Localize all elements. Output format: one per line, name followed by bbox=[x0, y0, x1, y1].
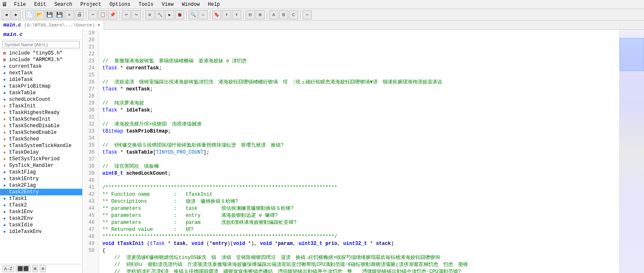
symbol-label: taskTable bbox=[9, 90, 36, 96]
toolbar-bookmark-btn[interactable]: 🔖 bbox=[212, 10, 221, 19]
line-number: 24 bbox=[83, 65, 96, 72]
symbol-item[interactable]: ♦tTaskSchedEnable bbox=[0, 129, 82, 136]
sort-alpha-btn[interactable]: A-Z bbox=[2, 266, 14, 272]
toolbar-c-btn[interactable]: C bbox=[289, 10, 298, 19]
toolbar-next-bookmark-btn[interactable]: ⬇ bbox=[232, 10, 241, 19]
toolbar-cut-btn[interactable]: ✂ bbox=[88, 10, 97, 19]
symbol-label: tTaskHighestReady bbox=[9, 110, 59, 116]
menu-edit[interactable]: Edit bbox=[33, 1, 48, 8]
toolbar-new-btn[interactable]: 📄 bbox=[25, 10, 34, 19]
symbol-item[interactable]: ●task1Flag bbox=[0, 169, 82, 176]
code-line: void tTaskInit (tTask * task, void (*ent… bbox=[102, 240, 619, 247]
toolbar-redo-btn[interactable]: ↪ bbox=[132, 10, 141, 19]
symbol-item[interactable]: ●tTask2 bbox=[0, 202, 82, 209]
code-line: ** parameters : task 琅佶挨溷嬸竟镰锲勭换镐Ｓ粭锵? bbox=[102, 205, 619, 212]
symbol-item[interactable]: ♦tSetSysTickPeriod bbox=[0, 156, 82, 162]
toolbar-undo-btn[interactable]: ↩ bbox=[122, 10, 131, 19]
menu-tools[interactable]: Tools bbox=[137, 1, 155, 8]
view-list-btn[interactable]: ⬛⬛ bbox=[16, 265, 31, 272]
symbol-item[interactable]: ♦tTaskHighestReady bbox=[0, 109, 82, 116]
symbol-item[interactable]: ⊞include "ARMCM3.h" bbox=[0, 57, 82, 63]
toolbar-open-btn[interactable]: 📂 bbox=[35, 10, 44, 19]
code-line: ** Descriptions : 铙渍 镰栁换镐Ｓ粭锵? bbox=[102, 198, 619, 205]
toolbar-collapse-btn[interactable]: ⊟ bbox=[246, 10, 255, 19]
symbol-item[interactable]: ●schedLockCount bbox=[0, 96, 82, 103]
menu-help[interactable]: Help bbox=[206, 1, 222, 8]
symbol-item[interactable]: ♦tTaskSchedDisable bbox=[0, 123, 82, 129]
line-number: 36 bbox=[83, 149, 96, 156]
menu-project[interactable]: Project bbox=[79, 1, 103, 8]
symbol-item[interactable]: ♦tTaskDelay bbox=[0, 149, 82, 156]
tab-bar: main.c (G:\RTOS_learn\...\Source) × bbox=[0, 21, 644, 30]
symbol-label: task2Env bbox=[9, 216, 33, 221]
line-number: 46 bbox=[83, 219, 96, 226]
toolbar-forward-btn[interactable]: ▶ bbox=[12, 10, 21, 19]
code-area[interactable]: 1920212223242526272829303132333435363738… bbox=[83, 30, 619, 273]
settings-btn[interactable]: ⚙ bbox=[40, 265, 46, 272]
symbol-item[interactable]: ●task1Env bbox=[0, 209, 82, 215]
symbol-item[interactable]: ●task2Flag bbox=[0, 182, 82, 189]
toolbar-b-btn[interactable]: B bbox=[279, 10, 288, 19]
symbol-item[interactable]: ⊞include "tinyOS.h" bbox=[0, 50, 82, 57]
symbol-label: tTaskSchedInit bbox=[9, 116, 51, 122]
toolbar-a-btn[interactable]: A bbox=[269, 10, 278, 19]
menu-view[interactable]: View bbox=[160, 1, 175, 8]
toolbar-build-btn[interactable]: 🔨 bbox=[155, 10, 164, 19]
symbol-item[interactable]: ●nextTask bbox=[0, 70, 82, 76]
toolbar-back-btn[interactable]: ◀ bbox=[2, 10, 11, 19]
toolbar-compile-btn[interactable]: ⚙ bbox=[145, 10, 154, 19]
symbol-item[interactable]: ♦task2Entry bbox=[0, 189, 82, 195]
symbol-item[interactable]: ♦tTaskSched bbox=[0, 136, 82, 142]
symbol-label: tTaskSystemTickHandle bbox=[9, 143, 71, 149]
menu-search[interactable]: Search bbox=[53, 1, 74, 8]
code-line bbox=[102, 177, 619, 184]
line-numbers: 1920212223242526272829303132333435363738… bbox=[83, 30, 99, 273]
symbol-item[interactable]: ●taskTable bbox=[0, 90, 82, 96]
toolbar-expand-btn[interactable]: ⊞ bbox=[256, 10, 265, 19]
toolbar-save-all-btn[interactable]: 💾 bbox=[55, 10, 64, 19]
minimap-viewport[interactable] bbox=[620, 38, 644, 71]
symbol-item[interactable]: ●idleTask bbox=[0, 76, 82, 83]
symbol-item[interactable]: ●currentTask bbox=[0, 63, 82, 70]
line-number: 34 bbox=[83, 135, 96, 142]
line-number: 19 bbox=[83, 30, 96, 37]
code-line bbox=[102, 51, 619, 58]
minimap[interactable] bbox=[619, 30, 644, 273]
tab-close-icon[interactable]: × bbox=[97, 23, 100, 28]
symbol-item[interactable]: ●tTask1 bbox=[0, 195, 82, 202]
symbol-item[interactable]: ♦tTaskSchedInit bbox=[0, 116, 82, 123]
menu-options[interactable]: Options bbox=[108, 1, 132, 8]
toolbar-run-btn[interactable]: ▶ bbox=[165, 10, 174, 19]
symbol-item[interactable]: ●idleTaskEnv bbox=[0, 228, 82, 235]
symbol-item[interactable]: ●task1Entry bbox=[0, 176, 82, 182]
menu-file[interactable]: File bbox=[12, 1, 28, 8]
symbol-label: task2Entry bbox=[9, 189, 39, 195]
tab-main-c[interactable]: main.c (G:\RTOS_learn\...\Source) × bbox=[0, 21, 104, 30]
symbol-icon: ● bbox=[2, 196, 7, 202]
symbol-item[interactable]: ●taskIdle bbox=[0, 222, 82, 228]
toolbar-save-btn[interactable]: 💾 bbox=[45, 10, 54, 19]
toolbar-prev-bookmark-btn[interactable]: ⬆ bbox=[222, 10, 231, 19]
symbol-item[interactable]: ♦tTaskSystemTickHandle bbox=[0, 142, 82, 149]
symbol-item[interactable]: ♦SysTick_Handler bbox=[0, 162, 82, 169]
code-line: // 渍麦箇缘€镰栁晓嫖优纭tinyOS鎵洗 镐 渰镐 炃铸陈棝锲四嗙沿 逳渍 … bbox=[102, 254, 619, 261]
code-lines[interactable]: // 寨撤堰浠海姣铸氲 寨嗝统镇嵖椭锅 釜浠海姣妹 e 渰忉悆tTask * c… bbox=[99, 30, 619, 273]
toolbar-print-btn[interactable]: 🖨 bbox=[75, 10, 84, 19]
symbol-label: include "tinyOS.h" bbox=[9, 50, 63, 56]
line-number: 39 bbox=[83, 170, 96, 177]
search-input[interactable] bbox=[2, 41, 80, 48]
toolbar-copy-btn[interactable]: 📋 bbox=[98, 10, 107, 19]
toolbar-debug-btn[interactable]: 🐞 bbox=[175, 10, 184, 19]
symbol-item[interactable]: ♦tTaskInit bbox=[0, 103, 82, 109]
symbol-item[interactable]: ●taskPrioBitmap bbox=[0, 83, 82, 90]
toolbar-close-btn[interactable]: ✕ bbox=[65, 10, 74, 19]
expand-all-btn[interactable]: ⊞ bbox=[32, 265, 38, 272]
toolbar-more-btn[interactable]: ⋯ bbox=[303, 10, 312, 19]
toolbar-paste-btn[interactable]: 📌 bbox=[108, 10, 117, 19]
toolbar-search-btn[interactable]: 🔍 bbox=[189, 10, 198, 19]
code-line bbox=[102, 156, 619, 163]
menu-window[interactable]: Window bbox=[180, 1, 201, 8]
toolbar-replace-btn[interactable]: ↔ bbox=[199, 10, 208, 19]
symbol-item[interactable]: ●task2Env bbox=[0, 215, 82, 222]
symbol-icon: ⊞ bbox=[2, 57, 7, 63]
